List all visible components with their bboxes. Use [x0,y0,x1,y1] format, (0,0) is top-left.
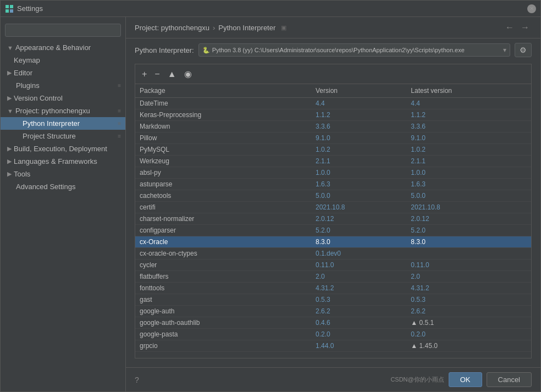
package-latest [406,248,531,260]
window-title: Settings [17,4,527,13]
expand-arrow: ▶ [7,69,12,76]
package-name: cx-oracle-on-ctypes [135,248,311,260]
expand-arrow: ▼ [7,45,13,51]
package-toolbar: + − ▲ ◉ [135,64,531,84]
package-latest: 8.3.0 [406,236,531,248]
search-input[interactable] [5,24,121,37]
expand-arrow: ▼ [7,108,13,114]
package-version: 1.0.2 [311,144,406,156]
forward-button[interactable]: → [518,23,532,32]
breadcrumb-page: Python Interpreter [218,24,275,32]
sidebar-item-languages[interactable]: ▶ Languages & Frameworks [1,155,125,168]
package-latest: 2.0.12 [406,213,531,225]
table-row[interactable]: gast0.5.30.5.3 [135,294,531,306]
table-row[interactable]: google-auth-oauthlib0.4.6▲ 0.5.1 [135,317,531,329]
sidebar-item-python-interpreter[interactable]: Python Interpreter ≡ [1,117,125,130]
expand-arrow: ▶ [7,145,12,152]
table-row[interactable]: Pillow9.1.09.1.0 [135,132,531,144]
sidebar-item-plugins[interactable]: Plugins ≡ [1,79,125,92]
sidebar-item-keymap[interactable]: Keymap [1,54,125,67]
package-name: gast [135,294,311,306]
python-icon: 🐍 [202,47,210,54]
interpreter-gear-button[interactable]: ⚙ [515,43,532,57]
package-version: 3.3.6 [311,121,406,132]
add-package-button[interactable]: + [140,68,149,80]
back-button[interactable]: ← [503,23,516,32]
package-latest: 1.0.2 [406,144,531,156]
help-button[interactable]: ? [135,376,139,384]
ok-button[interactable]: OK [449,372,482,387]
package-name: Werkzeug [135,156,311,167]
remove-package-button[interactable]: − [152,68,162,80]
table-row[interactable]: configparser5.2.05.2.0 [135,225,531,236]
sidebar-item-tools[interactable]: ▶ Tools [1,168,125,180]
table-row[interactable]: Werkzeug2.1.12.1.1 [135,156,531,167]
package-latest: 2021.10.8 [406,202,531,213]
eye-button[interactable]: ◉ [182,68,194,80]
package-latest: 1.1.2 [406,109,531,121]
sidebar-item-editor[interactable]: ▶ Editor [1,67,125,79]
package-version: 0.5.3 [311,294,406,306]
sidebar: ▼ Appearance & Behavior Keymap ▶ Editor … [1,17,126,391]
package-name: astunparse [135,179,311,190]
package-version: 2.1.1 [311,156,406,167]
up-package-button[interactable]: ▲ [165,68,179,80]
packages-list: Package Version Latest version DateTime4… [135,84,531,352]
table-row[interactable]: cycler0.11.00.11.0 [135,260,531,271]
package-name: fonttools [135,283,311,294]
package-version: 5.2.0 [311,225,406,236]
package-table: Package Version Latest version DateTime4… [135,84,531,358]
table-row[interactable]: fonttools4.31.24.31.2 [135,283,531,294]
svg-rect-3 [10,9,13,13]
interpreter-select[interactable]: 🐍 Python 3.8 (yy) C:\Users\Administrator… [198,43,510,57]
expand-arrow: ▶ [7,158,12,165]
breadcrumb: Project: pythonchengxu › Python Interpre… [126,17,540,38]
table-row[interactable]: google-auth2.6.22.6.2 [135,306,531,317]
sidebar-item-advanced-settings[interactable]: Advanced Settings [1,180,125,193]
table-row[interactable]: Markdown3.3.63.3.6 [135,121,531,132]
window-controls: ✕ [527,4,536,13]
package-name: google-auth-oauthlib [135,317,311,329]
package-version: 1.1.2 [311,109,406,121]
svg-rect-2 [5,9,9,13]
package-name: Keras-Preprocessing [135,109,311,121]
package-latest: 2.6.2 [406,306,531,317]
package-name: PyMySQL [135,144,311,156]
package-latest: 9.1.0 [406,132,531,144]
package-name: cycler [135,260,311,271]
table-row[interactable]: cx-oracle-on-ctypes0.1.dev0 [135,248,531,260]
table-row[interactable]: certifi2021.10.82021.10.8 [135,202,531,213]
navigation-arrows: ← → [503,23,532,32]
package-latest: ▲ 0.5.1 [406,317,531,329]
table-row[interactable]: Keras-Preprocessing1.1.21.1.2 [135,109,531,121]
page-icon: ≡ [118,120,121,126]
package-version: 1.0.0 [311,167,406,179]
page-icon: ≡ [118,133,121,139]
package-version: 1.44.0 [311,340,406,352]
sidebar-item-project[interactable]: ▼ Project: pythonchengxu ≡ [1,104,125,117]
close-button[interactable]: ✕ [527,4,536,13]
table-row[interactable]: absl-py1.0.01.0.0 [135,167,531,179]
table-row[interactable]: cx-Oracle8.3.08.3.0 [135,236,531,248]
package-name: absl-py [135,167,311,179]
cancel-button[interactable]: Cancel [487,372,532,387]
sidebar-item-project-structure[interactable]: Project Structure ≡ [1,130,125,142]
main-panel: Project: pythonchengxu › Python Interpre… [126,17,540,391]
svg-rect-1 [10,5,13,8]
table-row[interactable]: DateTime4.44.4 [135,98,531,109]
table-row[interactable]: flatbuffers2.02.0 [135,271,531,283]
table-row[interactable]: cachetools5.0.05.0.0 [135,190,531,202]
table-row[interactable]: PyMySQL1.0.21.0.2 [135,144,531,156]
sidebar-item-version-control[interactable]: ▶ Version Control [1,92,125,104]
sidebar-item-appearance[interactable]: ▼ Appearance & Behavior [1,41,125,54]
table-row[interactable]: grpcio1.44.0▲ 1.45.0 [135,340,531,352]
table-row[interactable]: astunparse1.6.31.6.3 [135,179,531,190]
table-row[interactable]: charset-normalizer2.0.122.0.12 [135,213,531,225]
app-icon [5,4,14,13]
package-version: 0.2.0 [311,329,406,340]
package-latest: 5.0.0 [406,190,531,202]
table-row[interactable]: google-pasta0.2.00.2.0 [135,329,531,340]
sidebar-item-build[interactable]: ▶ Build, Execution, Deployment [1,142,125,155]
svg-rect-0 [5,5,9,8]
package-version: 5.0.0 [311,190,406,202]
